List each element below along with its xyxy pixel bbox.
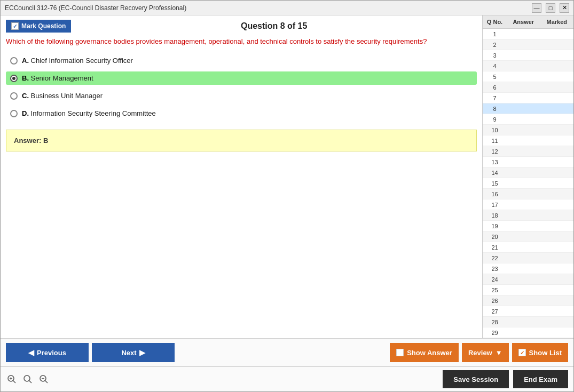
q-list-row[interactable]: 28 [483,317,573,327]
q-list-row[interactable]: 26 [483,295,573,306]
question-text: Which of the following governance bodies… [6,37,477,46]
q-list-row[interactable]: 10 [483,125,573,135]
q-row-number: 8 [483,106,507,112]
q-row-number: 27 [483,308,507,315]
q-row-number: 18 [483,212,507,219]
q-list-row[interactable]: 29 [483,327,573,338]
app-title: ECCouncil 312-76 (EC-Council Disaster Re… [5,4,186,12]
q-row-number: 15 [483,180,507,187]
option-a-row[interactable]: A. Chief Information Security Officer [6,54,477,67]
end-exam-label: End Exam [524,375,557,383]
main-content: Mark Question Question 8 of 15 Which of … [1,15,573,338]
option-a-radio[interactable] [10,57,18,65]
q-row-number: 28 [483,319,507,325]
q-list-row[interactable]: 7 [483,93,573,103]
q-list-row[interactable]: 27 [483,306,573,317]
q-row-number: 6 [483,84,507,91]
close-button[interactable]: ✕ [560,3,569,13]
q-row-number: 29 [483,330,507,336]
option-d-row[interactable]: D. Information Security Steering Committ… [6,107,477,120]
q-list-row[interactable]: 16 [483,189,573,199]
q-list-row[interactable]: 22 [483,253,573,263]
q-list-row[interactable]: 8 [483,103,573,114]
q-row-number: 24 [483,276,507,283]
q-list-row[interactable]: 24 [483,274,573,285]
answer-box: Answer: B [6,130,477,151]
q-list-row[interactable]: 14 [483,167,573,178]
svg-point-4 [24,375,30,381]
option-c-radio[interactable] [10,92,18,100]
q-list-row[interactable]: 12 [483,146,573,157]
show-list-checkbox-icon [518,349,526,356]
q-row-number: 11 [483,138,507,144]
q-list-row[interactable]: 21 [483,242,573,253]
option-a-label: A. Chief Information Security Officer [22,57,133,65]
q-list-row[interactable]: 13 [483,157,573,167]
option-d-label: D. Information Security Steering Committ… [22,109,156,117]
q-row-number: 26 [483,298,507,304]
option-d-radio[interactable] [10,110,18,117]
show-answer-button[interactable]: Show Answer [390,343,459,362]
mark-question-button[interactable]: Mark Question [6,20,71,33]
q-row-number: 23 [483,266,507,272]
q-row-number: 20 [483,234,507,240]
q-list-row[interactable]: 1 [483,29,573,39]
q-row-number: 5 [483,74,507,80]
zoom-in-button[interactable] [6,373,18,385]
q-row-number: 19 [483,223,507,229]
review-button[interactable]: Review ▼ [462,343,509,362]
option-c-row[interactable]: C. Business Unit Manager [6,89,477,102]
q-list-row[interactable]: 20 [483,231,573,242]
zoom-out-button[interactable] [38,373,50,385]
previous-button[interactable]: ◀ Previous [6,343,89,362]
svg-line-1 [13,381,16,383]
zoom-in-icon [7,374,17,384]
q-list-row[interactable]: 11 [483,135,573,146]
q-list-row[interactable]: 6 [483,82,573,93]
q-list-row[interactable]: 23 [483,263,573,274]
answer-header: Answer [507,18,540,26]
show-list-label: Show List [529,349,562,357]
q-list-row[interactable]: 19 [483,221,573,231]
q-row-number: 4 [483,63,507,69]
next-button[interactable]: Next ▶ [92,343,175,362]
maximize-button[interactable]: □ [546,3,555,13]
save-session-label: Save Session [453,375,498,383]
show-answer-checkbox-icon [396,349,404,356]
bottom-bar: ◀ Previous Next ▶ Show Answer Review ▼ S… [1,338,573,366]
previous-arrow-icon: ◀ [28,348,34,357]
left-panel: Mark Question Question 8 of 15 Which of … [1,15,483,338]
footer-bar: Save Session End Exam [1,366,573,391]
zoom-normal-icon [23,374,33,384]
q-row-number: 22 [483,255,507,261]
review-label: Review [468,349,492,357]
q-list-row[interactable]: 4 [483,61,573,71]
save-session-button[interactable]: Save Session [443,370,509,388]
question-title: Question 8 of 15 [71,21,477,31]
q-row-number: 14 [483,170,507,176]
option-b-row[interactable]: B. Senior Management [6,71,477,85]
q-list-body[interactable]: 1 2 3 4 5 6 7 8 [483,29,573,338]
question-list-panel: Q No. Answer Marked 1 2 3 4 5 [483,15,573,338]
mark-question-label: Mark Question [21,22,66,30]
end-exam-button[interactable]: End Exam [513,370,568,388]
q-list-row[interactable]: 17 [483,199,573,210]
show-list-button[interactable]: Show List [512,343,568,362]
window-controls: — □ ✕ [532,3,569,13]
q-row-number: 12 [483,148,507,155]
q-list-row[interactable]: 18 [483,210,573,221]
zoom-normal-button[interactable] [22,373,34,385]
minimize-button[interactable]: — [532,3,541,13]
review-arrow-icon: ▼ [496,349,502,357]
q-list-row[interactable]: 3 [483,50,573,61]
q-list-row[interactable]: 15 [483,178,573,189]
q-list-header: Q No. Answer Marked [483,15,573,29]
q-list-row[interactable]: 5 [483,71,573,82]
q-row-number: 17 [483,202,507,208]
q-list-row[interactable]: 2 [483,39,573,50]
q-list-row[interactable]: 25 [483,285,573,295]
option-b-radio[interactable] [10,75,18,82]
marked-header: Marked [540,18,574,26]
q-list-row[interactable]: 9 [483,114,573,125]
q-row-number: 21 [483,244,507,251]
